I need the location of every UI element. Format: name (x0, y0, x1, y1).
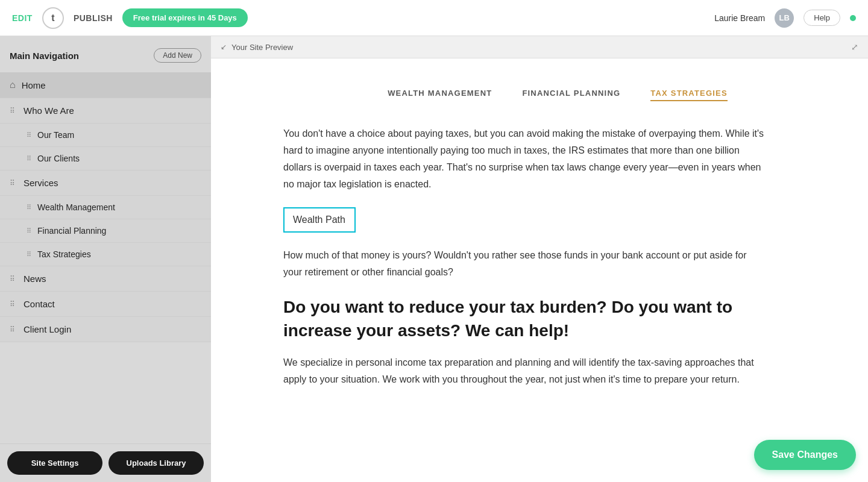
preview-toolbar-left: ↙ Your Site Preview (221, 43, 293, 52)
sidebar-item-services[interactable]: ⠿ Services (0, 171, 211, 196)
drag-handle-icon: ⠿ (10, 325, 15, 334)
sidebar-item-our-team-label: Our Team (37, 130, 74, 140)
top-bar-right: Laurie Bream LB Help (714, 8, 856, 28)
sidebar-item-who-we-are[interactable]: ⠿ Who We Are (0, 98, 211, 124)
sidebar-item-wealth-management[interactable]: ⠿ Wealth Management (0, 196, 211, 219)
editable-field-wealth-path[interactable]: Wealth Path (283, 207, 356, 233)
help-button[interactable]: Help (804, 10, 840, 26)
sidebar-item-client-login[interactable]: ⠿ Client Login (0, 317, 211, 342)
sidebar-item-contact[interactable]: ⠿ Contact (0, 292, 211, 317)
drag-handle-icon: ⠿ (10, 179, 15, 187)
body-text-3: We specialize in personal income tax pre… (283, 354, 766, 388)
edit-button[interactable]: EDIT (12, 13, 33, 23)
drag-handle-icon: ⠿ (27, 155, 31, 163)
add-new-button[interactable]: Add New (154, 48, 201, 63)
sidebar-item-client-login-label: Client Login (24, 324, 71, 334)
top-bar: EDIT t PUBLISH Free trial expires in 45 … (0, 0, 868, 36)
sidebar-item-financial-planning[interactable]: ⠿ Financial Planning (0, 219, 211, 243)
sidebar-item-our-clients[interactable]: ⠿ Our Clients (0, 147, 211, 171)
drag-handle-icon: ⠿ (10, 300, 15, 308)
site-settings-button[interactable]: Site Settings (7, 451, 102, 475)
resize-icon[interactable]: ⤢ (851, 42, 858, 52)
drag-handle-icon: ⠿ (27, 204, 31, 211)
drag-handle-icon: ⠿ (27, 131, 31, 139)
home-icon: ⌂ (10, 80, 16, 90)
user-name: Laurie Bream (714, 13, 765, 23)
sidebar-footer: Site Settings Uploads Library (0, 443, 211, 482)
sidebar-item-wealth-management-label: Wealth Management (37, 202, 115, 212)
trial-badge[interactable]: Free trial expires in 45 Days (122, 8, 248, 27)
sidebar: Main Navigation Add New ⌂ Home ⠿ Who We … (0, 36, 211, 482)
sidebar-item-news[interactable]: ⠿ News (0, 266, 211, 292)
uploads-library-button[interactable]: Uploads Library (108, 451, 204, 475)
arrow-icon: ↙ (221, 43, 227, 51)
page-heading: Do you want to reduce your tax burden? D… (283, 295, 766, 342)
sidebar-item-our-team[interactable]: ⠿ Our Team (0, 124, 211, 147)
tab-wealth-management[interactable]: WEALTH MANAGEMENT (388, 89, 492, 101)
sidebar-item-financial-planning-label: Financial Planning (37, 226, 106, 236)
main-area: Main Navigation Add New ⌂ Home ⠿ Who We … (0, 36, 868, 482)
preview-content: WEALTH MANAGEMENT FINANCIAL PLANNING TAX… (211, 58, 868, 482)
body-text-2: How much of that money is yours? Wouldn'… (283, 247, 766, 281)
status-dot (850, 15, 856, 21)
drag-handle-icon: ⠿ (27, 251, 31, 258)
drag-handle-icon: ⠿ (27, 227, 31, 235)
body-text-1: You don't have a choice about paying tax… (283, 125, 766, 193)
sidebar-content: Main Navigation Add New ⌂ Home ⠿ Who We … (0, 36, 211, 443)
sidebar-item-who-we-are-label: Who We Are (24, 105, 74, 116)
sidebar-item-home[interactable]: ⌂ Home (0, 72, 211, 98)
sidebar-item-home-label: Home (22, 80, 46, 90)
sidebar-item-tax-strategies-label: Tax Strategies (37, 249, 91, 259)
avatar: LB (775, 8, 794, 28)
preview-area: ↙ Your Site Preview ⤢ WEALTH MANAGEMENT … (211, 36, 868, 482)
preview-label: Your Site Preview (231, 43, 293, 52)
drag-handle-icon: ⠿ (10, 275, 15, 283)
save-changes-button[interactable]: Save Changes (754, 440, 856, 470)
tab-tax-strategies[interactable]: TAX STRATEGIES (650, 89, 728, 101)
sidebar-header: Main Navigation Add New (0, 48, 211, 72)
sidebar-item-contact-label: Contact (24, 299, 55, 309)
site-nav-tabs: WEALTH MANAGEMENT FINANCIAL PLANNING TAX… (283, 83, 832, 101)
preview-toolbar: ↙ Your Site Preview ⤢ (211, 36, 868, 58)
sidebar-item-our-clients-label: Our Clients (37, 154, 80, 163)
logo-circle: t (42, 7, 64, 29)
tab-financial-planning[interactable]: FINANCIAL PLANNING (522, 89, 620, 101)
sidebar-item-tax-strategies[interactable]: ⠿ Tax Strategies (0, 243, 211, 266)
top-bar-left: EDIT t PUBLISH Free trial expires in 45 … (12, 7, 248, 29)
drag-handle-icon: ⠿ (10, 107, 15, 115)
publish-button[interactable]: PUBLISH (74, 13, 113, 23)
sidebar-item-news-label: News (24, 274, 46, 284)
sidebar-title: Main Navigation (10, 51, 79, 61)
sidebar-item-services-label: Services (24, 178, 58, 188)
